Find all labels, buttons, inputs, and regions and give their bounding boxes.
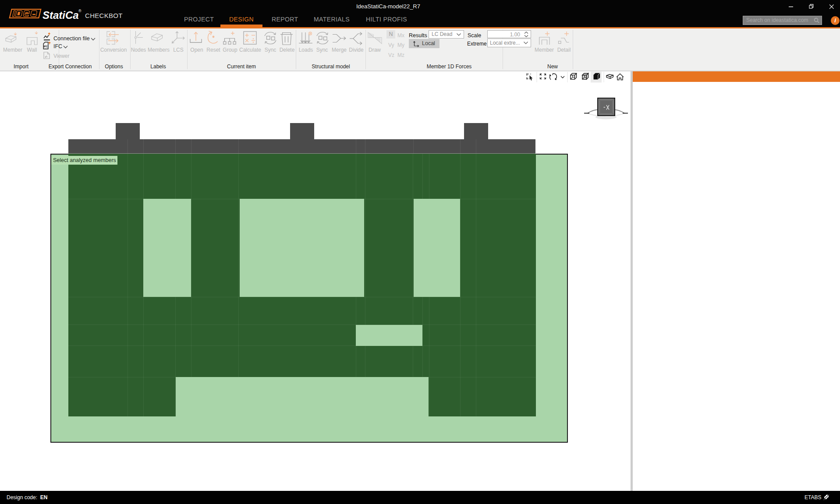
svg-text:IFC: IFC <box>44 45 48 48</box>
